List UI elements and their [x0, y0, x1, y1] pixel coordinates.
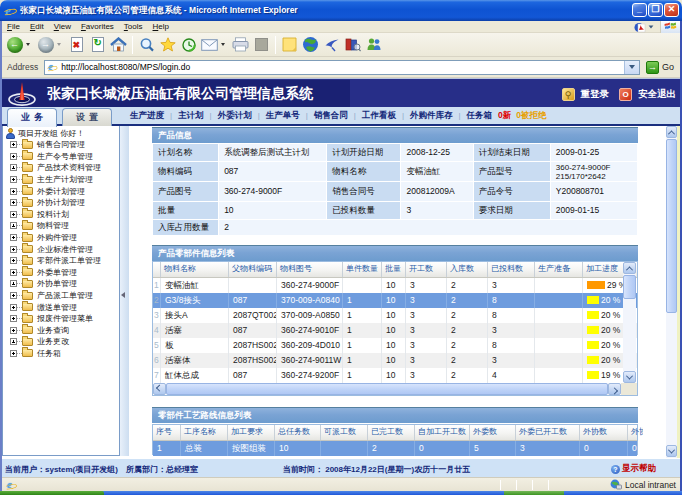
relogin-button[interactable]: ⚲ 重登录 — [562, 88, 610, 101]
tree-item-13[interactable]: 产品派工单管理 — [3, 290, 119, 302]
search-button[interactable] — [136, 34, 157, 55]
tree-item-8[interactable]: 外购件管理 — [3, 232, 119, 244]
tree-item-15[interactable]: 报废件管理菜单 — [3, 313, 119, 325]
expand-icon[interactable] — [10, 257, 17, 264]
parts-row[interactable]: 5板2087HS002360-209-4D01011032820 % — [153, 338, 637, 353]
tree-item-18[interactable]: 任务箱 — [3, 348, 119, 360]
parts-row[interactable]: 3接头A2087QT002370-009-A085011032820 % — [153, 308, 637, 323]
back-dropdown-icon[interactable] — [26, 43, 30, 46]
parts-scrollbar-thumb[interactable] — [623, 275, 636, 299]
expand-icon[interactable] — [10, 164, 17, 171]
expand-icon[interactable] — [10, 280, 17, 287]
tab-settings[interactable]: 设置 — [62, 108, 112, 126]
parts-col-header[interactable]: 批量 — [381, 262, 405, 277]
content-scrollbar-thumb[interactable] — [666, 139, 677, 313]
topmenu-item-3[interactable]: 生产单号 — [266, 110, 300, 122]
parts-col-header[interactable]: 入库数 — [446, 262, 487, 277]
parts-row[interactable]: 1变幅油缸360-274-9000F1032329 % — [153, 278, 637, 293]
content-scroll-up-button[interactable] — [666, 126, 677, 138]
process-col-header[interactable]: 已完工数 — [367, 425, 414, 440]
expand-icon[interactable] — [10, 153, 17, 160]
expand-icon[interactable] — [10, 199, 17, 206]
tree-item-10[interactable]: 零部件派工单管理 — [3, 255, 119, 267]
tree-item-1[interactable]: 生产令号单管理 — [3, 151, 119, 163]
parts-col-header[interactable]: 父物料编码 — [228, 262, 276, 277]
process-col-header[interactable]: 加工要求 — [227, 425, 274, 440]
tree-item-5[interactable]: 外协计划管理 — [3, 197, 119, 209]
windows-taskbar[interactable] — [0, 491, 682, 495]
parts-col-header[interactable]: 已投料数 — [487, 262, 534, 277]
expand-icon[interactable] — [10, 246, 17, 253]
process-col-header[interactable]: 总任务数 — [274, 425, 320, 440]
tree-item-9[interactable]: 企业标准件管理 — [3, 243, 119, 255]
parts-col-header[interactable]: 物料图号 — [276, 262, 342, 277]
topmenu-item-2[interactable]: 外委计划 — [218, 110, 252, 122]
address-input[interactable]: http://localhost:8080/MPS/login.do — [44, 60, 640, 75]
home-button[interactable] — [108, 34, 129, 55]
parts-scroll-down-button[interactable] — [623, 371, 636, 383]
menu-tools[interactable]: Tools — [119, 22, 148, 31]
parts-row[interactable]: 4活塞087360-274-9010F11032320 % — [153, 323, 637, 338]
tree-item-12[interactable]: 外协单管理 — [3, 278, 119, 290]
expand-icon[interactable] — [10, 327, 17, 334]
parts-col-header[interactable]: 开工数 — [405, 262, 446, 277]
topmenu-item-5[interactable]: 工作看板 — [362, 110, 396, 122]
show-help-button[interactable]: ? 显示帮助 — [611, 463, 656, 475]
tree-item-3[interactable]: 主生产计划管理 — [3, 174, 119, 186]
topmenu-item-7[interactable]: 任务箱 — [467, 110, 493, 122]
panel-splitter[interactable] — [120, 126, 129, 456]
parts-col-header[interactable]: 加工进度 — [582, 262, 623, 277]
parts-scroll-up-button[interactable] — [623, 262, 636, 274]
parts-hscrollbar-thumb[interactable] — [166, 383, 608, 395]
messenger-button[interactable] — [363, 34, 384, 55]
discuss-button[interactable] — [279, 34, 300, 55]
tree-item-7[interactable]: 物料管理 — [3, 220, 119, 232]
tree-item-14[interactable]: 缴送单管理 — [3, 301, 119, 313]
menu-edit[interactable]: Edit — [25, 22, 49, 31]
process-col-header[interactable]: 外协数 — [579, 425, 627, 440]
print-button[interactable] — [230, 34, 251, 55]
tree-item-2[interactable]: 产品技术资料管理 — [3, 162, 119, 174]
menu-help[interactable]: Help — [148, 22, 174, 31]
address-dropdown-button[interactable] — [624, 61, 639, 74]
taskbar-button[interactable] — [504, 491, 564, 495]
tree-item-11[interactable]: 外委单管理 — [3, 267, 119, 279]
process-col-header[interactable]: 外协 — [627, 425, 643, 440]
process-col-header[interactable]: 序号 — [153, 425, 180, 440]
mail-button[interactable] — [199, 34, 220, 55]
parts-row[interactable]: 2G3/8接头087370-009-A084011032820 % — [153, 293, 637, 308]
parts-scroll-left-button[interactable] — [153, 383, 166, 395]
forward-button[interactable]: → — [35, 34, 56, 55]
process-row[interactable]: 1总装按图组装10205300 — [153, 441, 637, 456]
menu-file[interactable]: File — [2, 22, 25, 31]
tree-item-0[interactable]: 销售合同管理 — [3, 139, 119, 151]
expand-icon[interactable] — [10, 141, 17, 148]
expand-icon[interactable] — [10, 338, 17, 345]
globe-button[interactable] — [300, 34, 321, 55]
expand-icon[interactable] — [10, 188, 17, 195]
quill-button[interactable] — [321, 34, 342, 55]
process-col-header[interactable]: 外委数 — [469, 425, 515, 440]
expand-icon[interactable] — [10, 304, 17, 311]
process-col-header[interactable]: 外委已开工数 — [515, 425, 579, 440]
process-col-header[interactable]: 可派工数 — [320, 425, 367, 440]
parts-col-header[interactable] — [153, 262, 160, 277]
expand-icon[interactable] — [10, 176, 17, 183]
maximize-button[interactable]: ❐ — [648, 3, 663, 17]
stop-button[interactable]: ✖ — [66, 34, 87, 55]
mail-dropdown-icon[interactable] — [221, 43, 225, 46]
tree-item-17[interactable]: 业务更改 — [3, 336, 119, 348]
expand-icon[interactable] — [10, 234, 17, 241]
expand-icon[interactable] — [10, 222, 17, 229]
minimize-button[interactable]: _ — [632, 3, 647, 17]
content-scroll-down-button[interactable] — [666, 445, 677, 457]
topmenu-item-6[interactable]: 外购件库存 — [410, 110, 453, 122]
expand-icon[interactable] — [10, 211, 17, 218]
expand-icon[interactable] — [10, 269, 17, 276]
tree-item-16[interactable]: 业务查询 — [3, 325, 119, 337]
tree-item-4[interactable]: 外委计划管理 — [3, 185, 119, 197]
research-button[interactable] — [342, 34, 363, 55]
tree-item-6[interactable]: 投料计划 — [3, 209, 119, 221]
forward-dropdown-icon[interactable] — [57, 43, 61, 46]
parts-scroll-right-button[interactable] — [608, 383, 621, 395]
